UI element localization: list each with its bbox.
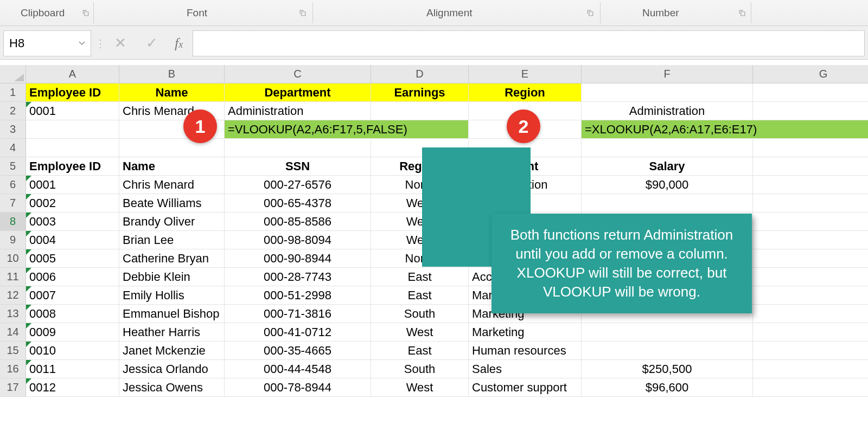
xlookup-formula-cell[interactable]: =XLOOKUP(A2,A6:A17,E6:E17) [582,120,868,139]
cell[interactable] [225,139,371,157]
cell[interactable] [753,157,868,176]
cell[interactable]: 0008 [26,305,119,323]
cell[interactable]: Janet Mckenzie [119,342,225,360]
column-header[interactable]: D [371,65,469,83]
cell[interactable]: Name [119,83,225,102]
cell[interactable]: 0003 [26,213,119,231]
row-header[interactable]: 16 [0,360,26,378]
row-header[interactable]: 1 [0,83,26,102]
cancel-formula-icon[interactable]: ✕ [107,30,133,56]
cell[interactable] [753,305,868,323]
cell[interactable]: 000-90-8944 [225,249,371,268]
cell[interactable]: 0012 [26,378,119,397]
accept-formula-icon[interactable]: ✓ [139,30,165,56]
cell[interactable]: 000-51-2998 [225,286,371,305]
cell[interactable] [582,139,753,157]
formula-input[interactable] [193,30,865,56]
cell[interactable] [753,249,868,268]
cell[interactable] [582,83,753,102]
row-header[interactable]: 3 [0,120,26,139]
cell[interactable] [753,102,868,120]
row-header[interactable]: 9 [0,231,26,249]
cell[interactable]: East [371,286,469,305]
cell[interactable]: East [371,342,469,360]
cell[interactable]: 0001 [26,102,119,120]
cell[interactable]: Administration [582,102,753,120]
cell[interactable]: 000-35-4665 [225,342,371,360]
column-header[interactable]: G [753,65,868,83]
cell[interactable] [753,342,868,360]
vlookup-formula-cell[interactable]: =VLOOKUP(A2,A6:F17,5,FALSE) [225,120,469,139]
cell[interactable]: Employee ID [26,157,119,176]
cell[interactable]: 000-27-6576 [225,176,371,194]
cell[interactable]: 0006 [26,268,119,286]
column-header[interactable]: B [119,65,225,83]
cell[interactable]: 0002 [26,194,119,213]
cell[interactable] [26,120,119,139]
cell[interactable]: Earnings [371,83,469,102]
cell[interactable]: $250,500 [582,360,753,378]
cell[interactable]: Human resources [469,342,582,360]
fx-icon[interactable]: fx [170,35,187,52]
cell[interactable]: Debbie Klein [119,268,225,286]
cell[interactable] [753,323,868,342]
cell[interactable]: Employee ID [26,83,119,102]
cell[interactable]: Heather Harris [119,323,225,342]
cell[interactable] [753,286,868,305]
cell[interactable] [753,378,868,397]
cell[interactable]: Name [119,157,225,176]
cell[interactable]: 000-41-0712 [225,323,371,342]
row-header[interactable]: 4 [0,139,26,157]
cell[interactable]: 000-85-8586 [225,213,371,231]
cell[interactable] [582,342,753,360]
cell[interactable]: 000-71-3816 [225,305,371,323]
cell[interactable] [753,360,868,378]
cell[interactable] [582,323,753,342]
cell[interactable]: 0009 [26,323,119,342]
cell[interactable]: Marketing [469,323,582,342]
cell[interactable]: 000-65-4378 [225,194,371,213]
column-header[interactable]: E [469,65,582,83]
row-header[interactable]: 10 [0,249,26,268]
cell[interactable]: 000-28-7743 [225,268,371,286]
cell[interactable]: West [371,378,469,397]
cell[interactable]: South [371,305,469,323]
cell[interactable]: 0004 [26,231,119,249]
cell[interactable] [119,139,225,157]
cell[interactable] [26,139,119,157]
cell[interactable]: 0010 [26,342,119,360]
cell[interactable]: Brian Lee [119,231,225,249]
select-all-corner[interactable] [0,65,26,83]
cell[interactable]: 000-78-8944 [225,378,371,397]
cell[interactable]: Jessica Orlando [119,360,225,378]
cell[interactable]: Jessica Owens [119,378,225,397]
cell[interactable]: 000-44-4548 [225,360,371,378]
cell[interactable]: Catherine Bryan [119,249,225,268]
launcher-icon[interactable] [586,9,595,17]
cell[interactable] [753,194,868,213]
chevron-down-icon[interactable] [75,31,88,56]
cell[interactable] [753,139,868,157]
cell[interactable]: South [371,360,469,378]
row-header[interactable]: 14 [0,323,26,342]
cell[interactable]: Emmanuel Bishop [119,305,225,323]
cell[interactable]: Brandy Oliver [119,213,225,231]
row-header[interactable]: 17 [0,378,26,397]
cell[interactable] [582,194,753,213]
cell[interactable]: West [371,323,469,342]
cell[interactable]: 0001 [26,176,119,194]
cell[interactable]: Emily Hollis [119,286,225,305]
cell[interactable]: Customer support [469,378,582,397]
launcher-icon[interactable] [81,9,90,17]
cell[interactable]: East [371,268,469,286]
cell[interactable]: 0007 [26,286,119,305]
row-header[interactable]: 7 [0,194,26,213]
launcher-icon[interactable] [298,9,307,17]
cell[interactable]: 0005 [26,249,119,268]
cell[interactable]: 0011 [26,360,119,378]
cell[interactable]: Sales [469,360,582,378]
cell[interactable]: Department [225,83,371,102]
cell[interactable] [753,176,868,194]
cell[interactable]: 000-98-8094 [225,231,371,249]
cell[interactable]: Chris Menard [119,176,225,194]
